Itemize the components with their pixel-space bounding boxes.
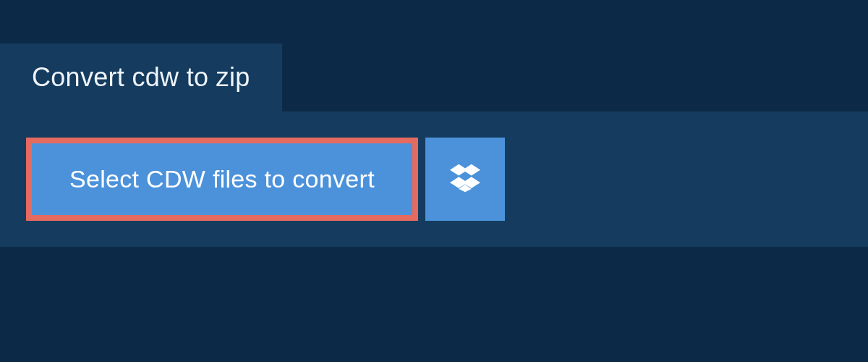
svg-marker-1	[462, 164, 480, 176]
tab-convert[interactable]: Convert cdw to zip	[0, 43, 282, 111]
select-files-label: Select CDW files to convert	[69, 165, 375, 193]
convert-panel: Select CDW files to convert	[0, 111, 868, 247]
dropbox-button[interactable]	[425, 138, 505, 221]
select-files-button[interactable]: Select CDW files to convert	[26, 138, 418, 221]
below-spacer	[0, 247, 868, 362]
dropbox-icon	[450, 164, 480, 195]
tab-label: Convert cdw to zip	[32, 62, 250, 92]
button-row: Select CDW files to convert	[26, 138, 842, 221]
